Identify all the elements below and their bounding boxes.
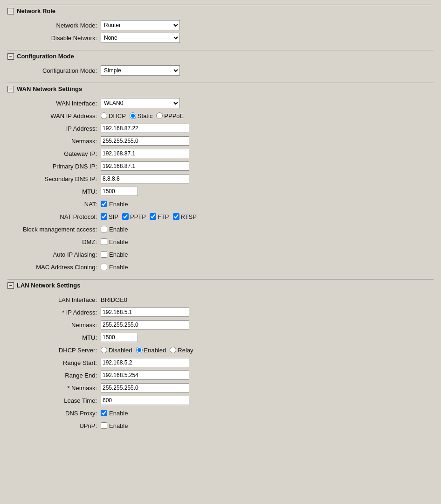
secondary-dns-label: Secondary DNS IP: xyxy=(7,175,101,182)
wan-interface-select[interactable]: WLAN0 ETH0 ETH1 xyxy=(101,98,180,108)
lease-time-input[interactable] xyxy=(101,396,189,405)
dhcp-enabled-radio[interactable] xyxy=(136,347,143,353)
disable-network-select[interactable]: None WAN LAN xyxy=(101,33,180,43)
dns-proxy-control: Enable xyxy=(101,410,128,417)
lan-toggle-icon[interactable]: − xyxy=(7,282,14,289)
dhcp-server-group: Disabled Enabled Relay xyxy=(101,347,193,354)
dhcp-disabled-label: Disabled xyxy=(109,347,132,354)
nat-ftp-checkbox[interactable] xyxy=(150,213,156,220)
disable-network-control: None WAN LAN xyxy=(101,33,180,43)
wan-static-label: Static xyxy=(138,112,153,119)
lan-mtu-control xyxy=(101,333,138,342)
wan-dhcp-label: DHCP xyxy=(109,112,126,119)
lan-ip-row: * IP Address: xyxy=(7,307,434,317)
lan-mtu-label: MTU: xyxy=(7,334,101,341)
primary-dns-row: Primary DNS IP: xyxy=(7,161,434,171)
wan-static-radio[interactable] xyxy=(130,112,136,119)
auto-ip-checkbox[interactable] xyxy=(101,251,107,258)
nat-rtsp-label: RTSP xyxy=(181,213,197,220)
gateway-ip-control xyxy=(101,149,189,158)
upnp-text: Enable xyxy=(109,422,128,429)
primary-dns-label: Primary DNS IP: xyxy=(7,163,101,170)
dmz-checkbox[interactable] xyxy=(101,238,107,245)
secondary-dns-input[interactable] xyxy=(101,174,189,183)
primary-dns-control xyxy=(101,161,189,171)
config-mode-row: Configuration Mode: Simple Advanced xyxy=(7,65,434,76)
config-mode-label: Configuration Mode: xyxy=(7,67,101,74)
wan-dhcp-radio[interactable] xyxy=(101,112,107,119)
dhcp-enabled-label: Enabled xyxy=(144,347,166,354)
mac-clone-checkbox[interactable] xyxy=(101,264,107,270)
dns-proxy-label: DNS Proxy: xyxy=(7,410,101,417)
netmask-input[interactable] xyxy=(101,136,189,146)
network-role-toggle-icon[interactable]: − xyxy=(7,8,14,14)
dhcp-disabled-radio[interactable] xyxy=(101,347,107,353)
lan-ip-control xyxy=(101,308,189,317)
config-mode-title: Configuration Mode xyxy=(17,53,74,60)
range-start-input[interactable] xyxy=(101,358,189,367)
ip-address-label: IP Address: xyxy=(7,125,101,132)
nat-ftp-label: FTP xyxy=(158,213,169,220)
mac-clone-label: MAC Address Cloning: xyxy=(7,264,101,271)
dhcp-enabled-option: Enabled xyxy=(136,347,166,354)
lan-mtu-input[interactable] xyxy=(101,333,138,342)
dhcp-relay-radio[interactable] xyxy=(170,347,176,353)
lan-interface-value: BRIDGE0 xyxy=(101,296,127,303)
nat-protocol-control: SIP PPTP FTP RTSP xyxy=(101,213,197,220)
gateway-ip-input[interactable] xyxy=(101,149,189,158)
wan-mtu-input[interactable] xyxy=(101,187,138,196)
lan-netmask2-input[interactable] xyxy=(101,383,189,392)
network-mode-select[interactable]: Router Bridge Access Point xyxy=(101,20,180,30)
nat-checkbox[interactable] xyxy=(101,201,107,207)
lan-netmask-input[interactable] xyxy=(101,320,189,329)
dhcp-server-row: DHCP Server: Disabled Enabled Relay xyxy=(7,345,434,355)
range-start-control xyxy=(101,358,189,367)
wan-pppoe-radio[interactable] xyxy=(156,112,163,119)
wan-mtu-row: MTU: xyxy=(7,186,434,196)
range-end-input[interactable] xyxy=(101,371,189,380)
lan-interface-control: BRIDGE0 xyxy=(101,296,127,303)
nat-protocol-row: NAT Protocol: SIP PPTP FTP RTSP xyxy=(7,211,434,222)
lan-interface-row: LAN Interface: BRIDGE0 xyxy=(7,294,434,305)
dns-proxy-checkbox[interactable] xyxy=(101,410,107,416)
lease-time-label: Lease Time: xyxy=(7,397,101,404)
nat-pptp-checkbox[interactable] xyxy=(122,213,129,220)
dhcp-relay-option: Relay xyxy=(170,347,193,354)
lease-time-control xyxy=(101,396,189,405)
nat-sip-item: SIP xyxy=(101,213,118,220)
block-mgmt-checkbox[interactable] xyxy=(101,226,107,232)
nat-sip-checkbox[interactable] xyxy=(101,213,107,220)
wan-interface-label: WAN Interface: xyxy=(7,100,101,107)
wan-mtu-label: MTU: xyxy=(7,188,101,195)
mac-clone-control: Enable xyxy=(101,264,128,271)
network-role-title: Network Role xyxy=(17,7,55,14)
dhcp-disabled-option: Disabled xyxy=(101,347,132,354)
range-end-row: Range End: xyxy=(7,370,434,380)
wan-mtu-control xyxy=(101,187,138,196)
wan-network-header: − WAN Network Settings xyxy=(7,83,434,94)
config-mode-header: − Configuration Mode xyxy=(7,50,434,62)
nat-rtsp-checkbox[interactable] xyxy=(173,213,179,220)
dmz-text: Enable xyxy=(109,238,128,245)
auto-ip-label: Auto IP Aliasing: xyxy=(7,251,101,258)
dmz-control: Enable xyxy=(101,238,128,245)
nat-rtsp-item: RTSP xyxy=(173,213,197,220)
auto-ip-control: Enable xyxy=(101,251,128,258)
lan-netmask2-row: * Netmask: xyxy=(7,383,434,393)
block-mgmt-label: Block management access: xyxy=(7,226,101,233)
lan-ip-input[interactable] xyxy=(101,308,189,317)
ip-address-input[interactable] xyxy=(101,124,189,133)
primary-dns-input[interactable] xyxy=(101,161,189,171)
upnp-checkbox[interactable] xyxy=(101,422,107,429)
config-mode-select[interactable]: Simple Advanced xyxy=(101,65,180,76)
config-mode-toggle-icon[interactable]: − xyxy=(7,53,14,60)
netmask-label: Netmask: xyxy=(7,138,101,145)
wan-interface-control: WLAN0 ETH0 ETH1 xyxy=(101,98,180,108)
gateway-ip-label: Gateway IP: xyxy=(7,150,101,157)
dns-proxy-row: DNS Proxy: Enable xyxy=(7,408,434,418)
lan-network-header: − LAN Network Settings xyxy=(7,279,434,291)
wan-toggle-icon[interactable]: − xyxy=(7,86,14,92)
netmask-control xyxy=(101,136,189,146)
gateway-ip-row: Gateway IP: xyxy=(7,148,434,159)
lan-netmask-row: Netmask: xyxy=(7,320,434,330)
